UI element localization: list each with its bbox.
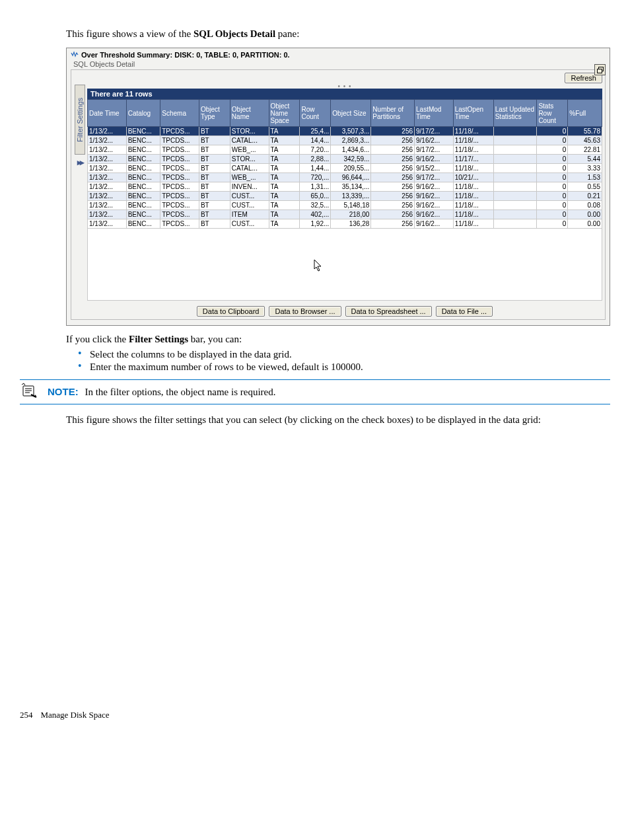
table-row[interactable]: 1/13/2...BENC...TPCDS...BTITEMTA402,...2… (88, 210, 602, 219)
grid-cell: 7,20... (300, 145, 331, 155)
grid-cell: 0 (537, 145, 568, 155)
grid-header-cell[interactable]: Schema (160, 100, 199, 127)
data-to-browser-button[interactable]: Data to Browser ... (269, 306, 341, 317)
grid-header-cell[interactable]: Object Name (230, 100, 269, 127)
grid-cell: BENC... (126, 164, 160, 173)
note-text: In the filter options, the object name i… (85, 387, 275, 397)
grid-cell: 9/15/2... (415, 164, 454, 173)
grid-cell: 720,... (300, 173, 331, 182)
grid-cell: 9/17/2... (415, 145, 454, 155)
table-row[interactable]: 1/13/2...BENC...TPCDS...BTCATAL...TA1,44… (88, 164, 602, 173)
grid-cell: BENC... (126, 173, 160, 182)
grid-cell (493, 136, 537, 145)
para2-post: bar, you can: (188, 334, 242, 344)
grid-header-cell[interactable]: Last Updated Statistics (493, 100, 537, 127)
grid-cell: 25,4... (300, 127, 331, 136)
grid-header-cell[interactable]: Date Time (88, 100, 127, 127)
grid-cell: 3.33 (568, 164, 602, 173)
grid-cell: BENC... (126, 145, 160, 155)
grid-cell (493, 182, 537, 192)
grid-cell: 256 (371, 192, 415, 201)
grid-cell: 0 (537, 201, 568, 210)
grid-cell: ITEM (230, 210, 269, 219)
grid-header-cell[interactable]: Object Size (331, 100, 371, 127)
data-to-file-button[interactable]: Data to File ... (436, 306, 493, 317)
data-to-clipboard-button[interactable]: Data to Clipboard (197, 306, 265, 317)
grid-header-cell[interactable]: Catalog (126, 100, 160, 127)
grid-cell: TA (269, 136, 300, 145)
data-to-spreadsheet-button[interactable]: Data to Spreadsheet ... (345, 306, 432, 317)
grid-cell: 11/18/... (453, 136, 493, 145)
grid-cell: TA (269, 127, 300, 136)
grid-cell: 1,434,6... (331, 145, 371, 155)
grid-cell: 256 (371, 136, 415, 145)
grid-cell: 0 (537, 136, 568, 145)
grid-cell: 209,55... (331, 164, 371, 173)
grid-cell: 0 (537, 219, 568, 229)
grid-cell: TPCDS... (160, 210, 199, 219)
table-row[interactable]: 1/13/2...BENC...TPCDS...BTCUST...TA1,92.… (88, 219, 602, 229)
table-row[interactable]: 1/13/2...BENC...TPCDS...BTCATAL...TA14,4… (88, 136, 602, 145)
grid-header-cell[interactable]: Number of Partitions (371, 100, 415, 127)
table-row[interactable]: 1/13/2...BENC...TPCDS...BTCUST...TA65,0.… (88, 192, 602, 201)
grid-header-cell[interactable]: Object Type (199, 100, 230, 127)
grid-cell: 0 (537, 182, 568, 192)
grid-header-cell[interactable]: Stats Row Count (537, 100, 568, 127)
grid-cell: 9/17/2... (415, 127, 454, 136)
grid-cell: TPCDS... (160, 173, 199, 182)
grid-header-cell[interactable]: LastOpen Time (453, 100, 493, 127)
grid-cell: 3,507,3... (331, 127, 371, 136)
grid-header-cell[interactable]: Row Count (300, 100, 331, 127)
intro-line-1-pre: This figure shows a view of the (66, 28, 193, 39)
grid-cell: BT (199, 192, 230, 201)
grid-cell: BENC... (126, 155, 160, 164)
table-row[interactable]: 1/13/2...BENC...TPCDS...BTSTOR...TA2,88.… (88, 155, 602, 164)
grid-cell: INVEN... (230, 182, 269, 192)
expand-chevrons-icon[interactable]: ▸▸ (77, 157, 83, 167)
grid-cell: 9/17/2... (415, 173, 454, 182)
grid-cell: 11/18/... (453, 145, 493, 155)
grid-cell: BT (199, 145, 230, 155)
grid-cell: 1,31... (300, 182, 331, 192)
grid-cell: CUST... (230, 201, 269, 210)
grid-cell: 9/16/2... (415, 219, 454, 229)
grid-cell: 11/18/... (453, 219, 493, 229)
group-box-label: SQL Objects Detail (73, 60, 606, 68)
grid-cell: 5,148,18 (331, 201, 371, 210)
table-row[interactable]: 1/13/2...BENC...TPCDS...BTINVEN...TA1,31… (88, 182, 602, 192)
grid-cell: TA (269, 155, 300, 164)
grid-cell: BENC... (126, 219, 160, 229)
grid-header-cell[interactable]: %Full (568, 100, 602, 127)
grid-cell: TA (269, 182, 300, 192)
grid-cell: 10/21/... (453, 173, 493, 182)
grid-cell: 218,00 (331, 210, 371, 219)
grid-cell (493, 201, 537, 210)
grid-cell: 1/13/2... (88, 127, 127, 136)
grid-cell (493, 127, 537, 136)
restore-window-icon[interactable] (594, 64, 606, 75)
grid-cell: BT (199, 164, 230, 173)
row-count-banner: There are 11 rows (87, 89, 602, 99)
grid-cell: WEB_... (230, 145, 269, 155)
filter-settings-bar[interactable]: Filter Settings (75, 85, 85, 155)
grid-cell: TPCDS... (160, 127, 199, 136)
table-row[interactable]: 1/13/2...BENC...TPCDS...BTWEB_...TA720,.… (88, 173, 602, 182)
grid-header-cell[interactable]: Object Name Space (269, 100, 300, 127)
grid-cell: TA (269, 219, 300, 229)
grid-cell (493, 145, 537, 155)
grid-cell: 11/18/... (453, 164, 493, 173)
grid-cell: 9/16/2... (415, 136, 454, 145)
grid-cell: BENC... (126, 192, 160, 201)
grid-cell: TPCDS... (160, 145, 199, 155)
grid-cell (493, 219, 537, 229)
grid-cell: BENC... (126, 201, 160, 210)
window-title-text: Over Threshold Summary: DISK: 0, TABLE: … (81, 51, 290, 59)
table-row[interactable]: 1/13/2...BENC...TPCDS...BTWEB_...TA7,20.… (88, 145, 602, 155)
grid-cell: BENC... (126, 210, 160, 219)
grid-header-cell[interactable]: LastMod Time (415, 100, 454, 127)
para-filter-settings-intro: If you click the Filter Settings bar, yo… (66, 334, 610, 345)
grid-cell: TPCDS... (160, 192, 199, 201)
table-row[interactable]: 1/13/2...BENC...TPCDS...BTCUST...TA32,5.… (88, 201, 602, 210)
table-row[interactable]: 1/13/2...BENC...TPCDS...BTSTOR...TA25,4.… (88, 127, 602, 136)
grid-cell: 11/18/... (453, 201, 493, 210)
